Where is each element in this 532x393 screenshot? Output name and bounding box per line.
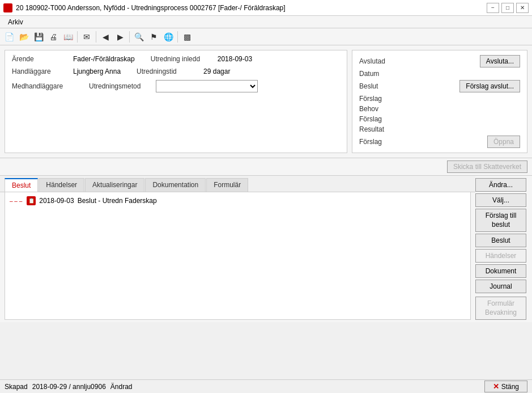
stang-label: Stäng bbox=[501, 383, 519, 391]
utredning-inledd-value: 2018-09-03 bbox=[218, 55, 252, 63]
beslut-info-label: Beslut bbox=[359, 82, 405, 90]
tab-bar: Beslut Händelser Aktualiseringar Dokumen… bbox=[0, 176, 475, 192]
tab-beslut[interactable]: Beslut bbox=[5, 178, 38, 192]
utredningsmetod-label: Utredningsmetod bbox=[89, 82, 151, 90]
skicka-skatteverket-btn[interactable]: Skicka till Skatteverket bbox=[447, 160, 527, 173]
tab-content-beslut: – – – 📋 2018-09-03 Beslut - Utredn Fader… bbox=[5, 192, 471, 320]
andra-btn[interactable]: Ändra... bbox=[475, 178, 526, 192]
back-btn[interactable]: ◀ bbox=[99, 30, 112, 44]
titlebar: 20 180902-T000 Andersson, Nyfödd - Utred… bbox=[0, 0, 532, 16]
statusbar-right: ✕ Stäng bbox=[484, 381, 527, 392]
close-btn[interactable]: ✕ bbox=[516, 3, 529, 13]
forslag3-row: Förslag Öppna bbox=[359, 136, 520, 148]
handlaggare-label: Handläggare bbox=[12, 67, 69, 75]
formular-bevakning-btn[interactable]: FormulärBevakning bbox=[475, 297, 526, 320]
statusbar-left: Skapad 2018-09-29 / annlju0906 Ändrad bbox=[5, 383, 133, 391]
tab-formular[interactable]: Formulär bbox=[206, 178, 248, 192]
beslut-action-btn[interactable]: Beslut bbox=[475, 234, 526, 247]
behov-row: Behov bbox=[359, 105, 520, 113]
skapad-value: 2018-09-29 / annlju0906 bbox=[32, 383, 106, 391]
utredningsmetod-select[interactable] bbox=[156, 80, 258, 92]
arende-row: Ärende Fader-/Föräldraskap Utredning inl… bbox=[12, 55, 340, 63]
list-item-icon: 📋 bbox=[27, 196, 36, 205]
list-dots: – – – bbox=[10, 198, 22, 204]
tab-handelser[interactable]: Händelser bbox=[39, 178, 84, 192]
forward-btn[interactable]: ▶ bbox=[113, 30, 127, 44]
avslutad-label: Avslutad bbox=[359, 57, 405, 65]
menubar: Arkiv bbox=[0, 16, 532, 28]
app-icon bbox=[3, 3, 12, 12]
print-btn[interactable]: 🖨 bbox=[46, 30, 60, 44]
forslag1-row: Förslag bbox=[359, 95, 520, 103]
forslag-avslut-btn[interactable]: Förslag avslut... bbox=[459, 80, 520, 92]
utredning-inledd-label: Utredning inledd bbox=[151, 55, 213, 63]
form-section: Ärende Fader-/Föräldraskap Utredning inl… bbox=[5, 50, 347, 153]
search-btn[interactable]: 🔍 bbox=[132, 30, 146, 44]
globe-btn[interactable]: 🌐 bbox=[161, 30, 175, 44]
handelser-action-btn[interactable]: Händelser bbox=[475, 249, 526, 263]
skapad-label: Skapad bbox=[5, 383, 28, 391]
tab-dokumentation[interactable]: Dokumentation bbox=[145, 178, 206, 192]
minimize-btn[interactable]: − bbox=[487, 3, 499, 13]
sep2 bbox=[96, 31, 96, 43]
utredningstid-label: Utredningstid bbox=[137, 67, 199, 75]
sep4 bbox=[177, 31, 178, 43]
tab-aktualiseringar[interactable]: Aktualiseringar bbox=[85, 178, 144, 192]
window-controls: − □ ✕ bbox=[487, 3, 529, 13]
sep1 bbox=[77, 31, 78, 43]
forslag2-row: Förslag bbox=[359, 115, 520, 123]
forslag-beslut-btn[interactable]: Förslag tillbeslut bbox=[475, 209, 526, 232]
beslut-row: Beslut Förslag avslut... bbox=[359, 80, 520, 92]
window-title: 20 180902-T000 Andersson, Nyfödd - Utred… bbox=[16, 4, 286, 12]
forslag2-label: Förslag bbox=[359, 115, 405, 123]
maximize-btn[interactable]: □ bbox=[501, 3, 514, 13]
list-item-date: 2018-09-03 bbox=[39, 197, 74, 205]
resultat-label: Resultat bbox=[359, 125, 405, 133]
new-doc-btn[interactable]: 📄 bbox=[2, 30, 16, 44]
tabs-content: Beslut Händelser Aktualiseringar Dokumen… bbox=[0, 176, 475, 322]
save-btn[interactable]: 💾 bbox=[32, 30, 45, 44]
datum-label: Datum bbox=[359, 70, 405, 78]
info-section: Avslutad Avsluta... Datum Beslut Förslag… bbox=[352, 50, 527, 153]
forslag3-label: Förslag bbox=[359, 138, 405, 146]
stang-btn[interactable]: ✕ Stäng bbox=[484, 381, 527, 392]
skicka-area: Skicka till Skatteverket bbox=[0, 158, 532, 176]
close-x-icon: ✕ bbox=[493, 382, 499, 391]
mail-btn[interactable]: ✉ bbox=[80, 30, 93, 44]
forslag1-label: Förslag bbox=[359, 95, 405, 103]
medhandlaggare-row: Medhandläggare Utredningsmetod bbox=[12, 80, 340, 92]
tabs-section: Beslut Händelser Aktualiseringar Dokumen… bbox=[0, 176, 532, 322]
open-btn[interactable]: 📂 bbox=[17, 30, 31, 44]
action-buttons: Ändra... Välj... Förslag tillbeslut Besl… bbox=[475, 176, 532, 322]
list-item[interactable]: – – – 📋 2018-09-03 Beslut - Utredn Fader… bbox=[7, 195, 468, 207]
dokument-btn[interactable]: Dokument bbox=[475, 264, 526, 278]
top-panel: Ärende Fader-/Föräldraskap Utredning inl… bbox=[0, 45, 532, 158]
behov-label: Behov bbox=[359, 105, 405, 113]
handlaggare-row: Handläggare Ljungberg Anna Utredningstid… bbox=[12, 67, 340, 75]
arende-value: Fader-/Föräldraskap bbox=[73, 55, 135, 63]
avslutad-row: Avslutad Avsluta... bbox=[359, 55, 520, 67]
grid-btn[interactable]: ▩ bbox=[180, 30, 194, 44]
utredningstid-value: 29 dagar bbox=[203, 67, 230, 75]
journal-btn[interactable]: Journal bbox=[475, 280, 526, 293]
book-btn[interactable]: 📖 bbox=[61, 30, 75, 44]
menu-arkiv[interactable]: Arkiv bbox=[3, 17, 28, 27]
list-item-text: Beslut - Utredn Faderskap bbox=[78, 197, 157, 205]
handlaggare-value: Ljungberg Anna bbox=[73, 67, 121, 75]
titlebar-left: 20 180902-T000 Andersson, Nyfödd - Utred… bbox=[3, 3, 286, 12]
toolbar: 📄 📂 💾 🖨 📖 ✉ ◀ ▶ 🔍 ⚑ 🌐 ▩ bbox=[0, 28, 532, 45]
medhandlaggare-label: Medhandläggare bbox=[12, 82, 69, 90]
arende-label: Ärende bbox=[12, 55, 69, 63]
oppna-btn[interactable]: Öppna bbox=[487, 136, 520, 148]
avsluta-btn[interactable]: Avsluta... bbox=[480, 55, 520, 67]
datum-row: Datum bbox=[359, 70, 520, 78]
valj-btn[interactable]: Välj... bbox=[475, 193, 526, 207]
andrad-label: Ändrad bbox=[110, 383, 133, 391]
resultat-row: Resultat bbox=[359, 125, 520, 133]
statusbar: Skapad 2018-09-29 / annlju0906 Ändrad ✕ … bbox=[0, 379, 532, 393]
sep3 bbox=[129, 31, 130, 43]
flag-btn[interactable]: ⚑ bbox=[147, 30, 160, 44]
